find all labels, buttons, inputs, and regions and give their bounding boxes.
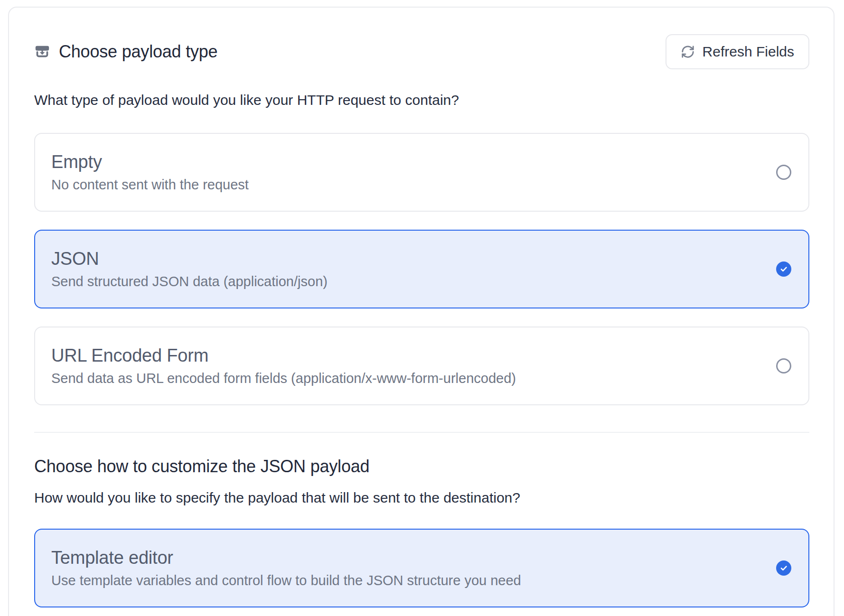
panel-header: Choose payload type Refresh Fields bbox=[34, 34, 809, 69]
customize-question: How would you like to specify the payloa… bbox=[34, 490, 809, 506]
check-circle-icon[interactable] bbox=[776, 560, 791, 576]
customize-options: Template editor Use template variables a… bbox=[34, 529, 809, 607]
option-description: Use template variables and control flow … bbox=[51, 573, 751, 588]
option-description: Send structured JSON data (application/j… bbox=[51, 274, 751, 289]
option-description: No content sent with the request bbox=[51, 177, 751, 193]
payload-settings-panel: Choose payload type Refresh Fields What … bbox=[8, 7, 835, 616]
option-description: Send data as URL encoded form fields (ap… bbox=[51, 371, 751, 386]
check-circle-icon[interactable] bbox=[776, 261, 791, 277]
panel-header-left: Choose payload type bbox=[34, 42, 217, 62]
option-card-template-editor[interactable]: Template editor Use template variables a… bbox=[34, 529, 809, 607]
option-title: JSON bbox=[51, 249, 751, 269]
payload-type-options: Empty No content sent with the request J… bbox=[34, 133, 809, 405]
refresh-icon bbox=[681, 45, 695, 59]
option-title: Empty bbox=[51, 152, 751, 172]
refresh-fields-label: Refresh Fields bbox=[703, 44, 794, 60]
refresh-fields-button[interactable]: Refresh Fields bbox=[666, 34, 809, 69]
page-title: Choose payload type bbox=[59, 42, 217, 62]
payload-type-question: What type of payload would you like your… bbox=[34, 92, 809, 108]
option-card-url-encoded-form[interactable]: URL Encoded Form Send data as URL encode… bbox=[34, 327, 809, 405]
archive-box-arrow-down-icon bbox=[34, 44, 50, 60]
customize-section-heading: Choose how to customize the JSON payload bbox=[34, 457, 809, 476]
option-card-empty[interactable]: Empty No content sent with the request bbox=[34, 133, 809, 212]
option-title: URL Encoded Form bbox=[51, 345, 751, 366]
option-title: Template editor bbox=[51, 548, 751, 568]
section-divider bbox=[34, 432, 809, 433]
radio-unselected-icon[interactable] bbox=[776, 165, 791, 180]
radio-unselected-icon[interactable] bbox=[776, 358, 791, 373]
option-card-json[interactable]: JSON Send structured JSON data (applicat… bbox=[34, 230, 809, 308]
